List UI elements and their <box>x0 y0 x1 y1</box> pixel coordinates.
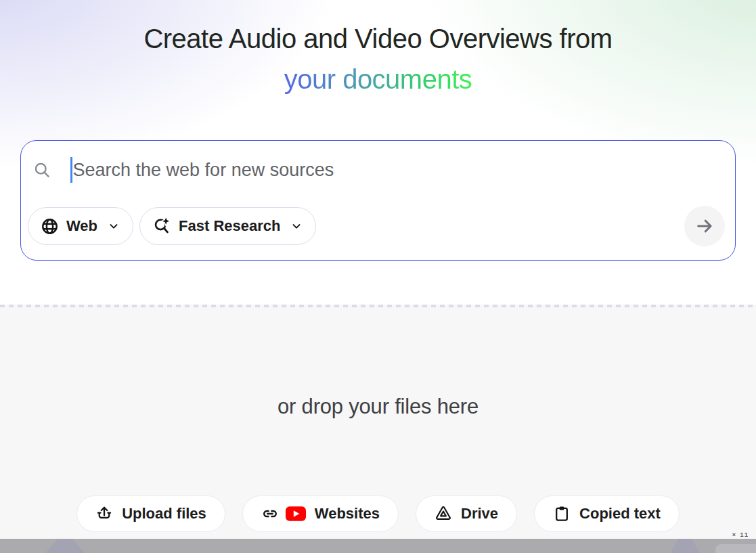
chevron-down-icon <box>108 220 120 232</box>
upload-files-button[interactable]: Upload files <box>76 495 225 532</box>
research-mode-dropdown[interactable]: Fast Research <box>139 207 316 245</box>
bottom-bar-shape <box>671 539 699 553</box>
file-drop-zone[interactable]: or drop your files here Upload files <box>0 305 756 539</box>
websites-button[interactable]: Websites <box>242 495 399 532</box>
source-type-dropdown[interactable]: Web <box>28 207 133 245</box>
bottom-bar-corner-tab <box>715 544 756 553</box>
drop-files-prompt: or drop your files here <box>0 395 756 419</box>
copied-text-button[interactable]: Copied text <box>534 495 680 532</box>
bottom-bar-shape <box>45 539 85 553</box>
drive-icon <box>435 505 452 523</box>
bottom-clipped-bar <box>0 539 756 553</box>
drive-button[interactable]: Drive <box>416 495 517 532</box>
page-title: Create Audio and Video Overviews from yo… <box>0 0 756 99</box>
upload-files-label: Upload files <box>122 505 206 523</box>
clipped-text-fragment: × 11 <box>732 531 749 538</box>
dashed-divider <box>0 305 756 307</box>
sparkle-search-icon <box>152 217 171 236</box>
link-icon <box>261 505 279 523</box>
search-icon <box>32 160 51 179</box>
source-actions-row: Upload files Websites <box>0 495 756 532</box>
arrow-right-icon <box>694 216 715 236</box>
research-mode-label: Fast Research <box>179 217 280 235</box>
clipboard-icon <box>553 505 571 523</box>
text-caret <box>70 157 72 183</box>
search-input[interactable] <box>73 160 648 181</box>
submit-search-button[interactable] <box>684 206 725 246</box>
copied-text-label: Copied text <box>579 505 661 523</box>
drive-label: Drive <box>461 505 498 523</box>
source-type-label: Web <box>66 217 97 235</box>
youtube-icon <box>286 506 306 521</box>
upload-icon <box>95 505 113 523</box>
globe-icon <box>41 217 59 236</box>
page-title-line2: your documents <box>284 64 472 94</box>
websites-label: Websites <box>315 505 380 523</box>
search-row <box>21 141 735 183</box>
page-title-line1: Create Audio and Video Overviews from <box>143 24 612 53</box>
search-option-chips: Web Fast Research <box>28 207 316 245</box>
search-panel: Web Fast Research <box>20 140 736 261</box>
chevron-down-icon <box>290 220 303 232</box>
